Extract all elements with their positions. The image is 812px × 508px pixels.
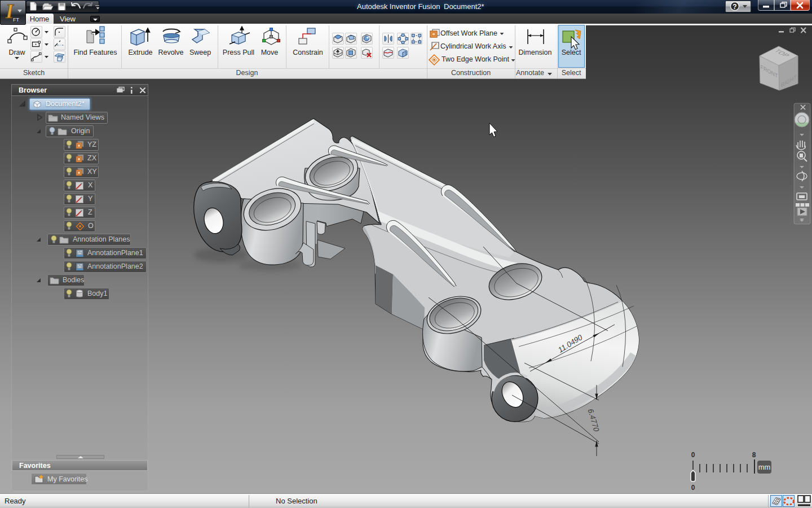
svg-text:6.4770: 6.4770 — [586, 409, 601, 432]
svg-text:0: 0 — [691, 484, 695, 492]
svg-text:mm: mm — [758, 463, 771, 471]
svg-text:0: 0 — [691, 451, 695, 459]
svg-text:8: 8 — [752, 451, 756, 459]
